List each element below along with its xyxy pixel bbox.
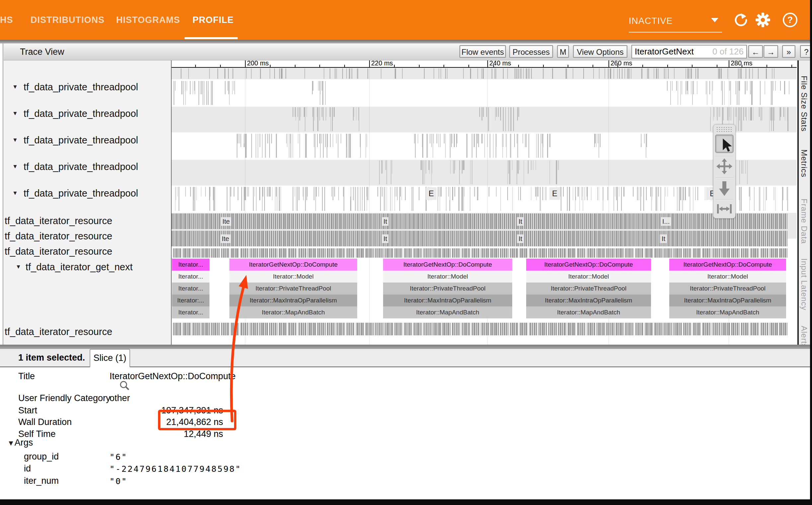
activity-tick (350, 68, 350, 79)
side-tab-file-size-stats[interactable]: File Size Stats (799, 76, 809, 132)
thread-row[interactable]: tf_data_iterator_resource (4, 230, 171, 243)
activity-tick (677, 187, 677, 211)
event-marker[interactable]: E (426, 187, 436, 200)
activity-tick (251, 134, 252, 158)
slice-iterator-get-next[interactable]: IteratorGetNextOp::DoCompute (669, 259, 786, 271)
slice-call[interactable]: Iterator::PrivateThreadPool (526, 283, 651, 295)
slice-call[interactable]: Iterator:... (172, 295, 209, 307)
triangle-down-icon[interactable]: ▼ (12, 84, 18, 90)
slice-call[interactable]: Iterator... (172, 307, 209, 318)
slice-call[interactable]: Iterator::Model (383, 271, 512, 283)
slice-call[interactable]: Iterator::MaxIntraOpParallelism (669, 295, 786, 307)
magnifier-icon[interactable] (119, 380, 130, 391)
activity-tick (190, 187, 191, 196)
slice-call[interactable]: Iterator::Model (526, 271, 651, 283)
pan-tool-button[interactable] (715, 157, 734, 176)
triangle-down-icon[interactable]: ▼ (12, 137, 18, 143)
activity-tick (617, 68, 618, 79)
slice-iterator-get-next[interactable]: IteratorGetNextOp::DoCompute (526, 259, 651, 271)
top-tab-profile[interactable]: PROFILE (193, 0, 230, 40)
iterator-resource-activity[interactable] (172, 213, 787, 229)
activity-tick (271, 134, 272, 143)
slice-call[interactable]: Iterator::MapAndBatch (229, 307, 357, 318)
thread-row[interactable]: ▼tf_data_private_threadpool (4, 160, 171, 174)
triangle-down-icon[interactable]: ▼ (12, 163, 18, 170)
refresh-icon[interactable] (733, 12, 749, 28)
triangle-down-icon[interactable]: ▼ (12, 190, 18, 196)
triangle-down-icon[interactable]: ▼ (12, 110, 18, 117)
side-tab-frame-data[interactable]: Frame Data (799, 198, 809, 244)
processes-button[interactable]: Processes (509, 45, 553, 58)
zoom-tool-button[interactable] (715, 179, 734, 197)
run-selector-dropdown[interactable]: INACTIVE (629, 11, 722, 32)
activity-tick (686, 81, 686, 94)
thread-row[interactable]: ▼tf_data_private_threadpool (4, 187, 171, 200)
find-input[interactable] (634, 46, 715, 57)
trace-tracks-area[interactable]: EEEIteItItI...IteItItItIterator...Iterat… (172, 68, 797, 345)
view-options-button[interactable]: View Options (573, 45, 627, 58)
activity-tick (741, 107, 742, 131)
timing-tool-button[interactable] (715, 199, 734, 218)
thread-row[interactable]: ▼tf_data_private_threadpool (4, 134, 171, 147)
thread-row[interactable]: tf_data_iterator_resource (4, 245, 171, 258)
thread-row[interactable]: ▼tf_data_private_threadpool (4, 81, 171, 94)
iterator-resource-activity[interactable] (172, 231, 787, 246)
slice-iterator-get-next[interactable]: IteratorGetNextOp::DoCompute (229, 259, 357, 271)
find-prev-button[interactable]: ← (748, 45, 763, 58)
find-next-button[interactable]: → (764, 45, 778, 58)
activity-tick (695, 187, 696, 200)
slice-call[interactable]: Iterator::MaxIntraOpParallelism (229, 295, 357, 307)
chevron-down-icon[interactable] (711, 18, 719, 22)
slice-iterator-get-next[interactable]: IteratorGetNextOp::DoCompute (383, 259, 512, 271)
slice-iterator-get-next[interactable]: Iterator... (172, 259, 209, 271)
slice-call[interactable]: Iterator::MaxIntraOpParallelism (526, 295, 651, 307)
slice-call[interactable]: Iterator::MaxIntraOpParallelism (383, 295, 512, 307)
activity-tick (423, 160, 423, 184)
triangle-down-icon[interactable]: ▼ (16, 264, 21, 270)
event-marker[interactable]: E (550, 187, 560, 200)
side-tab-input-latency[interactable]: Input Latency (799, 258, 809, 310)
thread-row[interactable]: ▼tf_data_private_threadpool (4, 107, 171, 121)
activity-tick (567, 187, 568, 211)
activity-tick (535, 187, 536, 196)
flow-events-button[interactable]: Flow events (459, 45, 506, 58)
activity-tick (434, 68, 434, 79)
side-tab-metrics[interactable]: Metrics (799, 149, 809, 177)
metrics-m-button[interactable]: M (557, 45, 569, 58)
activity-tick (450, 160, 451, 174)
activity-tick (362, 187, 363, 211)
activity-tick (246, 134, 247, 158)
thread-row[interactable]: tf_data_iterator_resource (4, 214, 171, 228)
gear-icon[interactable] (755, 12, 771, 28)
iterator-resource-activity[interactable] (172, 248, 787, 258)
activity-tick (405, 187, 406, 200)
activity-tick (689, 187, 690, 211)
slice-call[interactable]: Iterator::MapAndBatch (526, 307, 651, 318)
palette-drag-handle[interactable] (716, 127, 733, 133)
help-icon[interactable]: ? (782, 12, 798, 28)
slice-call[interactable]: Iterator::MapAndBatch (383, 307, 512, 318)
thread-row[interactable]: tf_data_iterator_resource (4, 325, 171, 339)
top-tab-distributions[interactable]: DISTRIBUTIONS (30, 0, 99, 40)
slice-call[interactable]: Iterator... (172, 283, 209, 295)
slice-call[interactable]: Iterator::PrivateThreadPool (669, 283, 786, 295)
slice-call[interactable]: Iterator... (172, 271, 209, 283)
activity-tick (194, 81, 195, 91)
thread-row[interactable]: ▼tf_data_iterator_get_next (4, 261, 171, 274)
slice-call[interactable]: Iterator::MapAndBatch (669, 307, 786, 318)
iterator-resource-activity[interactable] (172, 323, 787, 335)
slice-call[interactable]: Iterator::PrivateThreadPool (383, 283, 512, 295)
top-tab-histograms[interactable]: HISTOGRAMS (116, 0, 176, 40)
select-tool-button[interactable] (715, 135, 734, 153)
slice-call[interactable]: Iterator::Model (229, 271, 357, 283)
slice-call[interactable]: Iterator::Model (669, 271, 786, 283)
expand-panel-button[interactable]: » (782, 45, 795, 58)
tab-slice[interactable]: Slice (1) (89, 349, 130, 367)
slice-call[interactable]: Iterator::PrivateThreadPool (229, 283, 357, 295)
activity-tick (503, 68, 503, 79)
bottom-panel-divider[interactable] (0, 345, 812, 349)
activity-tick (320, 81, 320, 105)
args-toggle[interactable]: ▼Args (7, 438, 33, 448)
top-tab-hs[interactable]: HS (0, 0, 15, 40)
activity-tick (693, 187, 693, 211)
